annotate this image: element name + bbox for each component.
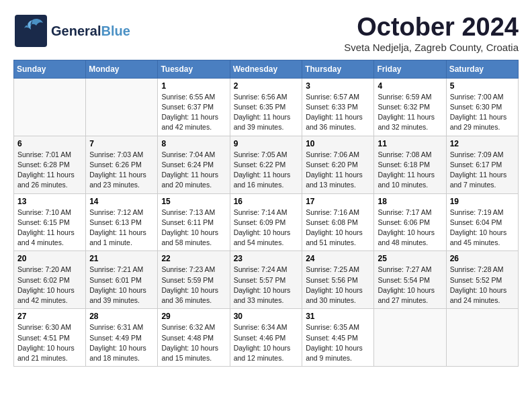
day-number: 17 xyxy=(306,197,370,206)
day-number: 21 xyxy=(89,254,154,263)
cell-details: Sunrise: 7:08 AM Sunset: 6:18 PM Dayligh… xyxy=(378,150,442,191)
day-number: 24 xyxy=(306,254,370,263)
cell-details: Sunrise: 7:25 AM Sunset: 5:56 PM Dayligh… xyxy=(306,265,370,306)
cell-details: Sunrise: 6:32 AM Sunset: 4:48 PM Dayligh… xyxy=(161,322,226,363)
cell-details: Sunrise: 6:35 AM Sunset: 4:45 PM Dayligh… xyxy=(306,322,370,363)
cell-details: Sunrise: 7:17 AM Sunset: 6:06 PM Dayligh… xyxy=(378,208,442,248)
month-title: October 2024 xyxy=(344,13,519,42)
calendar-cell xyxy=(86,78,158,136)
calendar-body: 1Sunrise: 6:55 AM Sunset: 6:37 PM Daylig… xyxy=(14,78,519,366)
page-header: GeneralBlue October 2024 Sveta Nedjelja,… xyxy=(13,13,519,53)
cell-details: Sunrise: 6:30 AM Sunset: 4:51 PM Dayligh… xyxy=(17,322,82,363)
cell-details: Sunrise: 7:10 AM Sunset: 6:15 PM Dayligh… xyxy=(17,208,82,248)
cell-details: Sunrise: 7:09 AM Sunset: 6:17 PM Dayligh… xyxy=(450,150,515,191)
calendar-cell: 17Sunrise: 7:16 AM Sunset: 6:08 PM Dayli… xyxy=(302,193,374,251)
day-number: 16 xyxy=(234,197,299,206)
calendar-cell: 24Sunrise: 7:25 AM Sunset: 5:56 PM Dayli… xyxy=(302,251,374,309)
cell-details: Sunrise: 7:14 AM Sunset: 6:09 PM Dayligh… xyxy=(234,208,299,248)
day-number: 15 xyxy=(161,197,226,206)
calendar-cell xyxy=(446,309,518,367)
weekday-header: Wednesday xyxy=(230,60,302,78)
cell-details: Sunrise: 6:59 AM Sunset: 6:32 PM Dayligh… xyxy=(378,92,442,133)
day-number: 29 xyxy=(161,312,226,321)
cell-details: Sunrise: 7:23 AM Sunset: 5:59 PM Dayligh… xyxy=(161,265,226,306)
cell-details: Sunrise: 7:03 AM Sunset: 6:26 PM Dayligh… xyxy=(89,150,154,191)
calendar-week-row: 6Sunrise: 7:01 AM Sunset: 6:28 PM Daylig… xyxy=(14,136,519,193)
weekday-header: Thursday xyxy=(302,60,374,78)
day-number: 25 xyxy=(378,254,442,263)
calendar-cell: 10Sunrise: 7:06 AM Sunset: 6:20 PM Dayli… xyxy=(302,136,374,193)
logo-general: General xyxy=(51,24,101,38)
cell-details: Sunrise: 7:06 AM Sunset: 6:20 PM Dayligh… xyxy=(306,150,370,191)
calendar-cell: 16Sunrise: 7:14 AM Sunset: 6:09 PM Dayli… xyxy=(230,193,302,251)
day-number: 10 xyxy=(306,139,370,148)
day-number: 2 xyxy=(234,81,299,91)
day-number: 4 xyxy=(378,81,442,91)
calendar-cell: 20Sunrise: 7:20 AM Sunset: 6:02 PM Dayli… xyxy=(14,251,86,309)
day-number: 6 xyxy=(17,139,82,148)
header-row: SundayMondayTuesdayWednesdayThursdayFrid… xyxy=(14,60,519,78)
calendar-cell: 30Sunrise: 6:34 AM Sunset: 4:46 PM Dayli… xyxy=(230,309,302,367)
cell-details: Sunrise: 6:34 AM Sunset: 4:46 PM Dayligh… xyxy=(234,322,299,363)
day-number: 11 xyxy=(378,139,442,148)
title-block: October 2024 Sveta Nedjelja, Zagreb Coun… xyxy=(344,13,519,53)
cell-details: Sunrise: 7:00 AM Sunset: 6:30 PM Dayligh… xyxy=(450,92,515,133)
cell-details: Sunrise: 6:56 AM Sunset: 6:35 PM Dayligh… xyxy=(234,92,299,133)
calendar-cell: 8Sunrise: 7:04 AM Sunset: 6:24 PM Daylig… xyxy=(158,136,230,193)
cell-details: Sunrise: 6:55 AM Sunset: 6:37 PM Dayligh… xyxy=(161,92,226,133)
day-number: 27 xyxy=(17,312,82,321)
day-number: 7 xyxy=(89,139,154,148)
calendar-cell: 14Sunrise: 7:12 AM Sunset: 6:13 PM Dayli… xyxy=(86,193,158,251)
calendar-cell: 21Sunrise: 7:21 AM Sunset: 6:01 PM Dayli… xyxy=(86,251,158,309)
calendar-header: SundayMondayTuesdayWednesdayThursdayFrid… xyxy=(14,60,519,78)
logo-text-block: GeneralBlue xyxy=(51,24,130,38)
calendar-cell: 4Sunrise: 6:59 AM Sunset: 6:32 PM Daylig… xyxy=(374,78,446,136)
day-number: 18 xyxy=(378,197,442,206)
weekday-header: Friday xyxy=(374,60,446,78)
cell-details: Sunrise: 7:28 AM Sunset: 5:52 PM Dayligh… xyxy=(450,265,515,306)
cell-details: Sunrise: 7:01 AM Sunset: 6:28 PM Dayligh… xyxy=(17,150,82,191)
calendar-cell: 1Sunrise: 6:55 AM Sunset: 6:37 PM Daylig… xyxy=(158,78,230,136)
day-number: 9 xyxy=(234,139,299,148)
cell-details: Sunrise: 7:12 AM Sunset: 6:13 PM Dayligh… xyxy=(89,208,154,248)
day-number: 19 xyxy=(450,197,515,206)
calendar-cell: 22Sunrise: 7:23 AM Sunset: 5:59 PM Dayli… xyxy=(158,251,230,309)
calendar-week-row: 13Sunrise: 7:10 AM Sunset: 6:15 PM Dayli… xyxy=(14,193,519,251)
cell-details: Sunrise: 6:57 AM Sunset: 6:33 PM Dayligh… xyxy=(306,92,370,133)
calendar-table: SundayMondayTuesdayWednesdayThursdayFrid… xyxy=(13,60,519,367)
cell-details: Sunrise: 6:31 AM Sunset: 4:49 PM Dayligh… xyxy=(89,322,154,363)
day-number: 26 xyxy=(450,254,515,263)
day-number: 5 xyxy=(450,81,515,91)
weekday-header: Sunday xyxy=(14,60,86,78)
calendar-cell: 18Sunrise: 7:17 AM Sunset: 6:06 PM Dayli… xyxy=(374,193,446,251)
day-number: 3 xyxy=(306,81,370,91)
day-number: 30 xyxy=(234,312,299,321)
cell-details: Sunrise: 7:04 AM Sunset: 6:24 PM Dayligh… xyxy=(161,150,226,191)
cell-details: Sunrise: 7:24 AM Sunset: 5:57 PM Dayligh… xyxy=(234,265,299,306)
day-number: 12 xyxy=(450,139,515,148)
day-number: 14 xyxy=(89,197,154,206)
day-number: 23 xyxy=(234,254,299,263)
weekday-header: Saturday xyxy=(446,60,518,78)
logo-blue: Blue xyxy=(101,24,130,38)
cell-details: Sunrise: 7:27 AM Sunset: 5:54 PM Dayligh… xyxy=(378,265,442,306)
cell-details: Sunrise: 7:13 AM Sunset: 6:11 PM Dayligh… xyxy=(161,208,226,248)
day-number: 28 xyxy=(89,312,154,321)
cell-details: Sunrise: 7:20 AM Sunset: 6:02 PM Dayligh… xyxy=(17,265,82,306)
day-number: 20 xyxy=(17,254,82,263)
day-number: 1 xyxy=(161,81,226,91)
calendar-cell: 13Sunrise: 7:10 AM Sunset: 6:15 PM Dayli… xyxy=(14,193,86,251)
calendar-week-row: 27Sunrise: 6:30 AM Sunset: 4:51 PM Dayli… xyxy=(14,309,519,367)
calendar-cell: 23Sunrise: 7:24 AM Sunset: 5:57 PM Dayli… xyxy=(230,251,302,309)
calendar-cell: 27Sunrise: 6:30 AM Sunset: 4:51 PM Dayli… xyxy=(14,309,86,367)
calendar-cell: 29Sunrise: 6:32 AM Sunset: 4:48 PM Dayli… xyxy=(158,309,230,367)
cell-details: Sunrise: 7:05 AM Sunset: 6:22 PM Dayligh… xyxy=(234,150,299,191)
calendar-week-row: 1Sunrise: 6:55 AM Sunset: 6:37 PM Daylig… xyxy=(14,78,519,136)
calendar-cell: 6Sunrise: 7:01 AM Sunset: 6:28 PM Daylig… xyxy=(14,136,86,193)
calendar-week-row: 20Sunrise: 7:20 AM Sunset: 6:02 PM Dayli… xyxy=(14,251,519,309)
calendar-cell xyxy=(14,78,86,136)
calendar-cell: 19Sunrise: 7:19 AM Sunset: 6:04 PM Dayli… xyxy=(446,193,518,251)
calendar-cell: 3Sunrise: 6:57 AM Sunset: 6:33 PM Daylig… xyxy=(302,78,374,136)
calendar-cell: 9Sunrise: 7:05 AM Sunset: 6:22 PM Daylig… xyxy=(230,136,302,193)
calendar-cell: 28Sunrise: 6:31 AM Sunset: 4:49 PM Dayli… xyxy=(86,309,158,367)
